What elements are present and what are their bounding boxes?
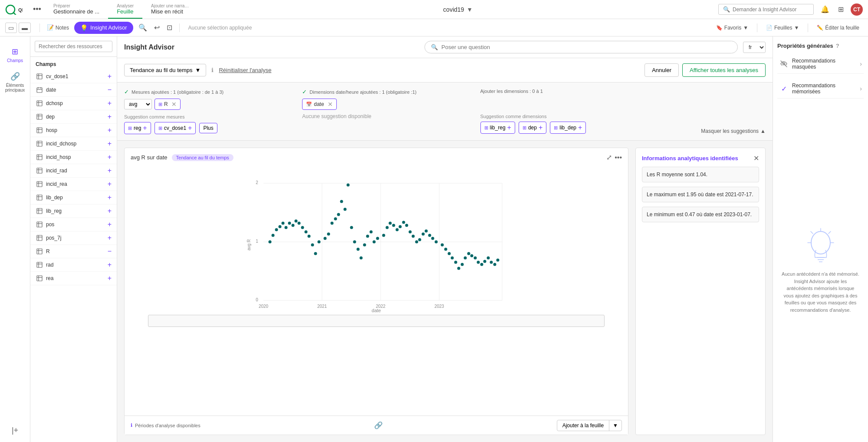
notification-bell-button[interactable]: 🔔 bbox=[819, 3, 831, 15]
field-action-pos[interactable]: + bbox=[108, 221, 112, 228]
nav-preparer[interactable]: Préparer Gestionnaire de ... bbox=[45, 0, 108, 19]
fields-search-area bbox=[30, 36, 117, 57]
svg-point-134 bbox=[496, 259, 500, 262]
language-select[interactable]: fr en bbox=[743, 42, 766, 53]
grid-apps-button[interactable]: ⊞ bbox=[836, 3, 845, 15]
notes-icon-btn[interactable]: 📝 Notes bbox=[45, 23, 71, 33]
field-item-pos[interactable]: pos+ bbox=[30, 218, 117, 231]
aggregation-select[interactable]: avgsumcount bbox=[124, 99, 152, 109]
field-item-incid_rea[interactable]: incid_rea+ bbox=[30, 178, 117, 191]
svg-point-101 bbox=[386, 226, 389, 229]
insight-advisor-tab[interactable]: 💡 Insight Advisor bbox=[74, 22, 133, 34]
field-action-incid_rad[interactable]: + bbox=[108, 167, 112, 174]
svg-point-100 bbox=[382, 234, 385, 237]
show-all-analyses-button[interactable]: Afficher toutes les analyses bbox=[682, 63, 766, 77]
field-item-dep[interactable]: dep+ bbox=[30, 110, 117, 124]
field-action-lib_reg[interactable]: + bbox=[108, 208, 112, 214]
close-insights-button[interactable]: ✕ bbox=[753, 154, 759, 162]
field-item-dchosp[interactable]: dchosp+ bbox=[30, 97, 117, 110]
expand-chart-button[interactable]: ⤢ bbox=[606, 153, 612, 162]
field-item-date[interactable]: date− bbox=[30, 83, 117, 97]
field-action-dep[interactable]: + bbox=[108, 113, 112, 120]
edit-icon: ✏️ bbox=[817, 25, 823, 31]
field-action-incid_dchosp[interactable]: + bbox=[108, 140, 112, 147]
field-action-cv_dose1[interactable]: + bbox=[108, 73, 112, 80]
add-sheet-dropdown-icon[interactable]: ▼ bbox=[609, 420, 621, 431]
field-item-hosp[interactable]: hosp+ bbox=[30, 124, 117, 137]
more-options-button[interactable]: ••• bbox=[30, 3, 45, 16]
add-to-sheet-button[interactable]: Ajouter à la feuille ▼ bbox=[557, 420, 622, 431]
fields-panel: Champs cv_dose1+date−dchosp+dep+hosp+inc… bbox=[30, 36, 117, 442]
svg-point-124 bbox=[464, 257, 467, 260]
field-item-R[interactable]: R− bbox=[30, 245, 117, 258]
dim-suggestion-lib_dep[interactable]: ⊞lib_dep+ bbox=[550, 122, 586, 134]
svg-line-142 bbox=[829, 231, 831, 234]
toolbar-icon-2[interactable]: ↩ bbox=[152, 22, 161, 33]
fields-search-input[interactable] bbox=[35, 41, 112, 52]
field-action-date[interactable]: − bbox=[108, 86, 112, 93]
app-chevron-icon[interactable]: ▼ bbox=[467, 6, 473, 13]
nav-analyser[interactable]: Analyser Feuille bbox=[108, 0, 142, 19]
field-item-rea[interactable]: rea+ bbox=[30, 272, 117, 285]
info-icon[interactable]: ℹ bbox=[211, 67, 214, 73]
field-action-incid_rea[interactable]: + bbox=[108, 181, 112, 188]
chart-more-button[interactable]: ••• bbox=[615, 153, 622, 162]
field-item-incid_dchosp[interactable]: incid_dchosp+ bbox=[30, 137, 117, 151]
insight-search-input[interactable] bbox=[733, 7, 802, 13]
measure-suggestion-reg[interactable]: ⊞reg+ bbox=[124, 122, 151, 134]
svg-point-117 bbox=[441, 244, 444, 247]
field-action-hosp[interactable]: + bbox=[108, 127, 112, 134]
svg-point-87 bbox=[337, 213, 340, 216]
edit-sheet-button[interactable]: ✏️ Éditer la feuille bbox=[813, 23, 863, 33]
field-action-dchosp[interactable]: + bbox=[108, 100, 112, 107]
feuilles-chevron-icon: ▼ bbox=[794, 25, 799, 31]
field-item-lib_dep[interactable]: lib_dep+ bbox=[30, 191, 117, 205]
add-panel-button[interactable]: |+ bbox=[10, 424, 20, 437]
user-avatar[interactable]: CT bbox=[851, 3, 863, 16]
toolbar-icon-1[interactable]: 🔍 bbox=[137, 22, 149, 33]
field-item-cv_dose1[interactable]: cv_dose1+ bbox=[30, 70, 117, 83]
link-chart-button[interactable]: 🔗 bbox=[372, 419, 385, 431]
remove-measure-button[interactable]: ✕ bbox=[171, 101, 177, 108]
panel-layout-btn-1[interactable]: ▭ bbox=[5, 23, 17, 33]
field-action-rea[interactable]: + bbox=[108, 275, 112, 282]
more-suggestions-button[interactable]: Plus bbox=[199, 123, 217, 133]
range-slider[interactable] bbox=[148, 315, 605, 327]
dim-suggestion-lib_reg[interactable]: ⊞lib_reg+ bbox=[480, 122, 515, 134]
field-action-pos_7j[interactable]: + bbox=[108, 234, 112, 241]
field-action-R[interactable]: − bbox=[108, 248, 112, 255]
saved-recommendations-item[interactable]: ✓ Recommandations mémorisées › bbox=[777, 79, 864, 99]
measure-suggestion-cv_dose1[interactable]: ⊞cv_dose1+ bbox=[155, 122, 196, 134]
field-item-incid_rad[interactable]: incid_rad+ bbox=[30, 164, 117, 178]
ia-question-input[interactable] bbox=[441, 44, 731, 50]
field-item-lib_reg[interactable]: lib_reg+ bbox=[30, 205, 117, 218]
field-action-incid_hosp[interactable]: + bbox=[108, 154, 112, 161]
toolbar-icon-3[interactable]: ⊡ bbox=[165, 22, 174, 33]
field-action-rad[interactable]: + bbox=[108, 261, 112, 268]
field-action-lib_dep[interactable]: + bbox=[108, 194, 112, 201]
panel-layout-btn-2[interactable]: ▬ bbox=[19, 23, 31, 33]
field-item-rad[interactable]: rad+ bbox=[30, 258, 117, 272]
nav-narrative[interactable]: Ajouter une narra… Mise en récit bbox=[142, 0, 197, 19]
insight-search-top[interactable]: 🔍 bbox=[718, 4, 814, 15]
remove-date-button[interactable]: ✕ bbox=[328, 101, 333, 108]
separator-1 bbox=[39, 23, 40, 32]
field-item-incid_hosp[interactable]: incid_hosp+ bbox=[30, 151, 117, 164]
question-mark-icon[interactable]: ? bbox=[836, 43, 839, 49]
hide-suggestions-button[interactable]: Masquer les suggestions ▲ bbox=[701, 128, 766, 134]
reset-analysis-button[interactable]: Réinitialiser l'analyse bbox=[219, 67, 271, 73]
sidebar-item-champs[interactable]: ⊞ Champs bbox=[2, 43, 29, 66]
date-group: ✓ Dimensions date/heure ajoutées : 1 (ob… bbox=[302, 89, 473, 134]
table-icon bbox=[36, 140, 43, 148]
table-suggestion-icon: ⊞ bbox=[158, 125, 162, 131]
sidebar-item-elements[interactable]: 🔗 Éléments principaux bbox=[2, 68, 29, 96]
insight-advisor-icon: 💡 bbox=[80, 24, 88, 31]
field-item-pos_7j[interactable]: pos_7j+ bbox=[30, 231, 117, 245]
dim-suggestion-dep[interactable]: ⊞dep+ bbox=[519, 122, 546, 134]
analysis-type-dropdown[interactable]: Tendance au fil du temps ▼ bbox=[124, 64, 206, 76]
feuilles-button[interactable]: 📄 Feuilles ▼ bbox=[763, 23, 802, 33]
cancel-button[interactable]: Annuler bbox=[644, 63, 679, 77]
favoris-button[interactable]: 🔖 Favoris ▼ bbox=[713, 23, 752, 33]
masked-recommendations-item[interactable]: Recommandations masquées › bbox=[777, 54, 864, 74]
ia-search-box[interactable]: 🔍 bbox=[424, 41, 738, 53]
